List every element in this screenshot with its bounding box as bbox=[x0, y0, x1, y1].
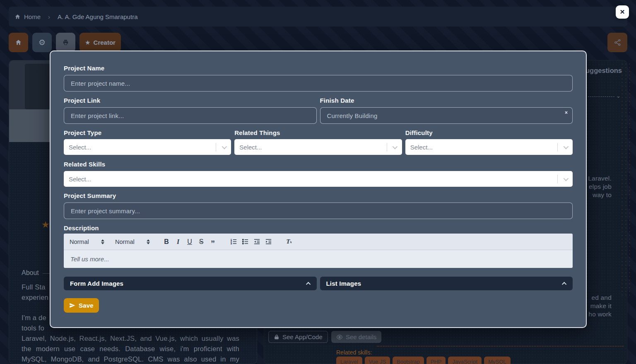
related-skills-field-label: Related Skills bbox=[64, 161, 573, 168]
font-picker[interactable]: Normal bbox=[115, 239, 150, 245]
clear-formatting-button[interactable]: Tx bbox=[285, 238, 293, 245]
skill-tag: PHP bbox=[426, 357, 446, 364]
editor-toolbar: Normal Normal B I U S ” 1 2 bbox=[64, 234, 573, 250]
list-images-accordion[interactable]: List Images bbox=[320, 277, 573, 290]
project-summary-label: Project Summary bbox=[64, 192, 573, 199]
bullet-list-icon bbox=[242, 238, 249, 245]
finish-date-label: Finish Date bbox=[320, 97, 573, 104]
description-textarea[interactable]: Tell us more... bbox=[64, 250, 573, 268]
picker-arrows-icon bbox=[147, 239, 150, 244]
project-type-value: Select... bbox=[64, 144, 216, 151]
project-link-label: Project Link bbox=[64, 97, 317, 104]
skill-tag: Bootstrap bbox=[393, 357, 424, 364]
description-label: Description bbox=[64, 224, 573, 231]
creator-badge[interactable]: ★ Creator bbox=[80, 33, 121, 52]
save-label: Save bbox=[79, 302, 94, 309]
chevron-down-icon[interactable] bbox=[216, 145, 231, 149]
project-name-label: Project Name bbox=[64, 65, 573, 72]
project-type-select[interactable]: Select... bbox=[64, 139, 231, 155]
underline-button[interactable]: U bbox=[186, 238, 193, 246]
form-add-images-accordion[interactable]: Form Add Images bbox=[64, 277, 317, 290]
related-things-value: Select... bbox=[234, 144, 386, 151]
breadcrumb-home-link[interactable]: Home bbox=[14, 13, 41, 20]
picker-arrows-icon bbox=[101, 239, 104, 244]
share-icon bbox=[614, 39, 622, 46]
see-app-code-label: See App/Code bbox=[282, 333, 323, 340]
see-app-code-button[interactable]: See App/Code bbox=[268, 331, 328, 343]
related-skills-value: Select... bbox=[64, 176, 557, 183]
home-icon bbox=[15, 39, 22, 46]
about-line: the modern use case needs. Database wise… bbox=[22, 344, 239, 354]
heading-picker-value: Normal bbox=[70, 239, 95, 245]
save-button[interactable]: Save bbox=[64, 298, 99, 313]
difficulty-value: Select... bbox=[405, 144, 557, 151]
skill-tag: MySQL bbox=[484, 357, 510, 364]
gear-icon: ⚙ bbox=[39, 38, 46, 47]
outdent-button[interactable] bbox=[253, 238, 260, 245]
clear-date-icon[interactable]: × bbox=[565, 110, 568, 115]
settings-button[interactable]: ⚙ bbox=[32, 33, 52, 52]
indent-icon bbox=[265, 238, 272, 245]
related-things-label: Related Things bbox=[234, 129, 402, 136]
home-button[interactable] bbox=[9, 33, 28, 52]
skill-tag: Laravel bbox=[336, 357, 362, 364]
italic-button[interactable]: I bbox=[174, 238, 182, 246]
bullet-list-button[interactable] bbox=[241, 238, 249, 245]
project-name-input[interactable] bbox=[64, 75, 573, 92]
blockquote-button[interactable]: ” bbox=[209, 238, 217, 246]
list-images-label: List Images bbox=[326, 280, 361, 287]
suggestions-heading: Suggestions bbox=[581, 67, 622, 75]
close-modal-button[interactable]: ✕ bbox=[616, 5, 629, 19]
skill-tag: Vue JS bbox=[365, 357, 390, 364]
print-button[interactable] bbox=[56, 33, 75, 52]
about-line: MySQL, MongoDB, and PostgreSQL. CMS was … bbox=[22, 354, 239, 364]
chevron-up-icon bbox=[562, 282, 566, 286]
suggestions-divider bbox=[588, 96, 614, 97]
description-editor: Normal Normal B I U S ” 1 2 bbox=[64, 234, 573, 268]
ordered-list-icon: 1 2 3 bbox=[230, 238, 237, 245]
app-window: Home › A. A. Gde Agung Smaraputra ⚙ ★ Cr… bbox=[0, 0, 636, 364]
strikethrough-button[interactable]: S bbox=[198, 238, 205, 246]
breadcrumb-separator: › bbox=[48, 13, 50, 20]
star-icon: ★ bbox=[85, 39, 90, 46]
ordered-list-button[interactable]: 1 2 3 bbox=[230, 238, 237, 245]
about-heading: About bbox=[22, 269, 39, 277]
finish-date-input[interactable] bbox=[320, 107, 573, 124]
share-button[interactable] bbox=[607, 33, 627, 52]
related-things-select[interactable]: Select... bbox=[234, 139, 402, 155]
related-skills-select[interactable]: Select... bbox=[64, 171, 573, 187]
dotted-divider bbox=[377, 346, 624, 347]
heading-picker[interactable]: Normal bbox=[70, 239, 104, 245]
indent-button[interactable] bbox=[265, 238, 272, 245]
chevron-down-icon[interactable] bbox=[387, 145, 402, 149]
eye-icon bbox=[336, 334, 343, 340]
see-details-button[interactable]: See details bbox=[331, 331, 381, 343]
chevron-down-icon[interactable] bbox=[558, 145, 573, 149]
printer-icon bbox=[62, 39, 69, 46]
creator-label: Creator bbox=[94, 39, 116, 46]
close-icon: ✕ bbox=[620, 8, 625, 16]
dot-pattern-decoration bbox=[620, 62, 631, 298]
related-skills-label: Related skills: bbox=[336, 349, 372, 356]
lock-icon bbox=[274, 334, 279, 340]
add-project-modal: Project Name Project Link Finish Date × … bbox=[50, 51, 587, 328]
project-link-input[interactable] bbox=[64, 107, 317, 124]
home-icon bbox=[14, 14, 21, 20]
description-placeholder: Tell us more... bbox=[70, 256, 109, 263]
about-line: Laravel, Node.js, React.js, Next.JS, and… bbox=[22, 333, 239, 344]
outdent-icon bbox=[253, 238, 260, 245]
project-type-label: Project Type bbox=[64, 129, 231, 136]
rating-star-icon: ★ bbox=[41, 219, 50, 230]
form-add-images-label: Form Add Images bbox=[70, 280, 123, 287]
breadcrumb: Home › A. A. Gde Agung Smaraputra bbox=[9, 7, 627, 27]
project-summary-input[interactable] bbox=[64, 202, 573, 219]
difficulty-select[interactable]: Select... bbox=[405, 139, 573, 155]
chevron-down-icon[interactable] bbox=[558, 177, 573, 181]
font-picker-value: Normal bbox=[115, 239, 141, 245]
difficulty-label: Difficulty bbox=[405, 129, 573, 136]
bold-button[interactable]: B bbox=[163, 238, 170, 246]
skill-tag: JavaScript bbox=[448, 357, 482, 364]
svg-text:3: 3 bbox=[230, 242, 231, 245]
breadcrumb-current: A. A. Gde Agung Smaraputra bbox=[58, 13, 137, 20]
related-skills-tags: Laravel Vue JS Bootstrap PHP JavaScript … bbox=[336, 357, 511, 364]
